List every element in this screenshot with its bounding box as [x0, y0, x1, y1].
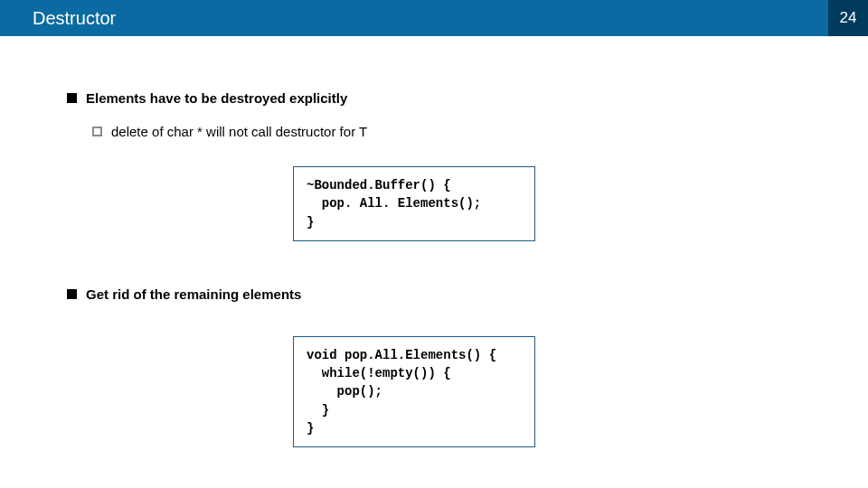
bullet-text: delete of char * will not call destructo… — [111, 124, 367, 139]
code-block-destructor: ~Bounded.Buffer() { pop. All. Elements()… — [293, 166, 535, 241]
slide-header: Destructor 24 — [0, 0, 868, 36]
bullet-square-hollow-icon — [92, 127, 102, 136]
bullet-text: Elements have to be destroyed explicitly — [86, 90, 347, 106]
bullet-square-icon — [67, 93, 77, 103]
bullet-level1: Elements have to be destroyed explicitly — [67, 90, 801, 106]
slide-title: Destructor — [0, 0, 828, 36]
bullet-level2: delete of char * will not call destructo… — [92, 124, 801, 139]
bullet-square-icon — [67, 289, 77, 299]
slide-content: Elements have to be destroyed explicitly… — [0, 36, 868, 483]
code-block-popall: void pop.All.Elements() { while(!empty()… — [293, 336, 535, 447]
bullet-text: Get rid of the remaining elements — [86, 286, 301, 302]
page-number: 24 — [828, 0, 868, 36]
bullet-level1: Get rid of the remaining elements — [67, 286, 801, 302]
